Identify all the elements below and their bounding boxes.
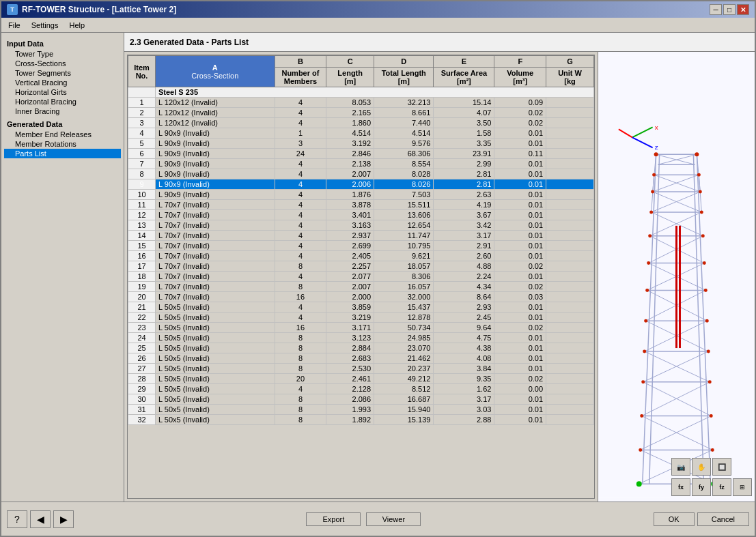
cell-volume: 0.01: [494, 220, 546, 231]
cell-unit-weight: [546, 200, 594, 210]
table-row[interactable]: 27 L 50x5 (Invalid) 8 2.530 20.237 3.84 …: [128, 364, 594, 374]
sidebar-item-member-rotations[interactable]: Member Rotations: [4, 139, 121, 149]
svg-point-73: [708, 380, 712, 383]
sidebar-item-vertical-bracing[interactable]: Vertical Bracing: [4, 78, 121, 87]
table-row[interactable]: 21 L 50x5 (Invalid) 4 3.859 15.437 2.93 …: [128, 302, 594, 313]
cell-cross-section: L 50x5 (Invalid): [156, 333, 275, 343]
table-row[interactable]: 15 L 70x7 (Invalid) 4 2.699 10.795 2.91 …: [128, 241, 594, 251]
table-row[interactable]: 30 L 50x5 (Invalid) 8 2.086 16.687 3.17 …: [128, 394, 594, 405]
table-row[interactable]: 20 L 70x7 (Invalid) 16 2.000 32.000 8.64…: [128, 292, 594, 302]
cell-item: 16: [128, 251, 156, 261]
sidebar-item-tower-segments[interactable]: Tower Segments: [4, 68, 121, 78]
cell-total-length: 9.576: [374, 139, 434, 149]
export-button[interactable]: Export: [306, 512, 361, 526]
view-btn-extra[interactable]: ⊞: [733, 478, 752, 496]
cell-cross-section: L 90x9 (Invalid): [156, 169, 275, 179]
table-row[interactable]: 23 L 50x5 (Invalid) 16 3.171 50.734 9.64…: [128, 323, 594, 333]
cancel-button[interactable]: Cancel: [697, 512, 749, 526]
sidebar-item-cross-sections[interactable]: Cross-Sections: [4, 59, 121, 68]
nav-prev-button[interactable]: ◀: [30, 510, 51, 528]
table-row[interactable]: 29 L 50x5 (Invalid) 4 2.128 8.512 1.62 0…: [128, 384, 594, 394]
svg-point-58: [651, 190, 654, 194]
cell-unit-weight: [546, 118, 594, 128]
table-row[interactable]: 17 L 70x7 (Invalid) 8 2.257 18.057 4.88 …: [128, 261, 594, 272]
svg-point-54: [654, 152, 658, 156]
cell-surface-area: 4.38: [434, 343, 494, 353]
cell-surface-area: 2.99: [434, 159, 494, 169]
sidebar-item-tower-type[interactable]: Tower Type: [4, 49, 121, 59]
table-row[interactable]: 28 L 50x5 (Invalid) 20 2.461 49.212 9.35…: [128, 374, 594, 384]
maximize-button[interactable]: □: [723, 4, 736, 15]
sidebar-item-inner-bracing[interactable]: Inner Bracing: [4, 106, 121, 116]
view-btn-row-1: 📷 ✋ 🔲: [671, 458, 752, 476]
table-row[interactable]: 22 L 50x5 (Invalid) 4 3.219 12.878 2.45 …: [128, 313, 594, 323]
view-btn-fz[interactable]: fz: [712, 478, 731, 496]
cell-volume: 0.02: [494, 374, 546, 384]
help-button[interactable]: ?: [7, 510, 27, 528]
table-row[interactable]: 31 L 50x5 (Invalid) 8 1.993 15.940 3.03 …: [128, 405, 594, 415]
cell-num-members: 4: [275, 200, 326, 210]
cell-length: 1.860: [326, 118, 374, 128]
cell-length: 2.683: [326, 353, 374, 364]
nav-next-button[interactable]: ▶: [53, 510, 74, 528]
table-row[interactable]: 10 L 90x9 (Invalid) 4 1.876 7.503 2.63 0…: [128, 190, 594, 200]
sidebar-item-horizontal-girts[interactable]: Horizontal Girts: [4, 87, 121, 97]
table-row[interactable]: 9 L 90x9 (Invalid) 4 2.006 8.026 2.81 0.…: [128, 179, 594, 190]
table-row[interactable]: 13 L 70x7 (Invalid) 4 3.163 12.654 3.42 …: [128, 220, 594, 231]
ok-button[interactable]: OK: [654, 512, 695, 526]
table-row[interactable]: 25 L 50x5 (Invalid) 8 2.884 23.070 4.38 …: [128, 343, 594, 353]
cell-unit-weight: [546, 313, 594, 323]
cell-unit-weight: [546, 241, 594, 251]
table-row[interactable]: 2 L 120x12 (Invalid) 4 2.165 8.661 4.07 …: [128, 108, 594, 118]
table-row[interactable]: 16 L 70x7 (Invalid) 4 2.405 9.621 2.60 0…: [128, 251, 594, 261]
view-btn-row-2: fx fy fz ⊞: [671, 478, 752, 496]
table-row[interactable]: 4 L 90x9 (Invalid) 1 4.514 4.514 1.58 0.…: [128, 128, 594, 139]
viewer-button[interactable]: Viewer: [366, 512, 421, 526]
cell-unit-weight: [546, 272, 594, 282]
cell-surface-area: 3.17: [434, 231, 494, 241]
sidebar-item-parts-list[interactable]: Parts List: [4, 149, 121, 158]
cell-item: 12: [128, 210, 156, 220]
table-row[interactable]: 32 L 50x5 (Invalid) 8 1.892 15.139 2.88 …: [128, 415, 594, 425]
sidebar-item-horizontal-bracing[interactable]: Horizontal Bracing: [4, 97, 121, 106]
table-row[interactable]: 3 L 120x12 (Invalid) 4 1.860 7.440 3.50 …: [128, 118, 594, 128]
cell-cross-section: L 50x5 (Invalid): [156, 405, 275, 415]
cell-total-length: 68.306: [374, 149, 434, 159]
view-btn-pan[interactable]: ✋: [692, 458, 711, 476]
table-row[interactable]: 24 L 50x5 (Invalid) 8 3.123 24.985 4.75 …: [128, 333, 594, 343]
menu-help[interactable]: Help: [65, 20, 89, 31]
table-row[interactable]: 19 L 70x7 (Invalid) 8 2.007 16.057 4.34 …: [128, 282, 594, 292]
table-row[interactable]: 6 L 90x9 (Invalid) 24 2.846 68.306 23.91…: [128, 149, 594, 159]
parts-list-table-container[interactable]: ItemNo. ACross-Section B C D E F G Numbe…: [127, 55, 595, 499]
view-btn-camera[interactable]: 📷: [671, 458, 690, 476]
cell-unit-weight: [546, 251, 594, 261]
cell-length: 2.007: [326, 169, 374, 179]
cell-length: 2.699: [326, 241, 374, 251]
cell-num-members: 8: [275, 415, 326, 425]
menu-file[interactable]: File: [4, 20, 25, 31]
table-row[interactable]: 12 L 70x7 (Invalid) 4 3.401 13.606 3.67 …: [128, 210, 594, 220]
table-row[interactable]: 1 L 120x12 (Invalid) 4 8.053 32.213 15.1…: [128, 98, 594, 108]
view-btn-render[interactable]: 🔲: [712, 458, 731, 476]
table-row[interactable]: 18 L 70x7 (Invalid) 4 2.077 8.306 2.24 0…: [128, 272, 594, 282]
cell-cross-section: L 90x9 (Invalid): [156, 149, 275, 159]
cell-item: 18: [128, 272, 156, 282]
sidebar-item-member-end-releases[interactable]: Member End Releases: [4, 130, 121, 139]
view-btn-fx[interactable]: fx: [671, 478, 690, 496]
close-button[interactable]: ✕: [737, 4, 749, 15]
table-row[interactable]: 14 L 70x7 (Invalid) 4 2.937 11.747 3.17 …: [128, 231, 594, 241]
view-btn-fy[interactable]: fy: [692, 478, 711, 496]
cell-length: 4.514: [326, 128, 374, 139]
cell-surface-area: 4.34: [434, 282, 494, 292]
table-row[interactable]: 8 L 90x9 (Invalid) 4 2.007 8.028 2.81 0.…: [128, 169, 594, 179]
table-row[interactable]: 7 L 90x9 (Invalid) 4 2.138 8.554 2.99 0.…: [128, 159, 594, 169]
content-area: 2.3 Generated Data - Parts List ItemNo. …: [124, 33, 755, 502]
cell-volume: 0.02: [494, 261, 546, 272]
table-row[interactable]: 26 L 50x5 (Invalid) 8 2.683 21.462 4.08 …: [128, 353, 594, 364]
cell-length: 2.937: [326, 231, 374, 241]
menu-settings[interactable]: Settings: [27, 20, 63, 31]
cell-length: 2.006: [326, 179, 374, 190]
minimize-button[interactable]: ─: [710, 4, 722, 15]
table-row[interactable]: 11 L 70x7 (Invalid) 4 3.878 15.511 4.19 …: [128, 200, 594, 210]
table-row[interactable]: 5 L 90x9 (Invalid) 3 3.192 9.576 3.35 0.…: [128, 139, 594, 149]
